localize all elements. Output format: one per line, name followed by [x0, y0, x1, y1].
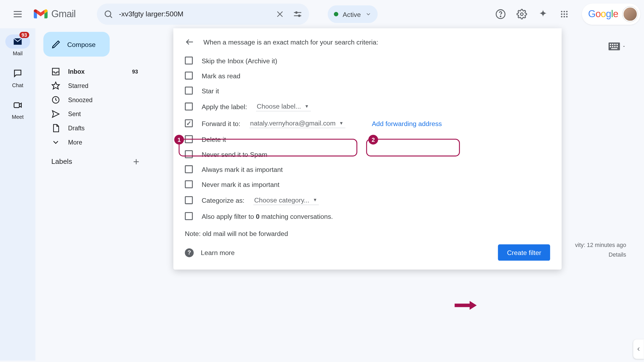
nav-starred[interactable]: Starred [43, 79, 145, 93]
svg-point-21 [564, 16, 565, 17]
labels-header: Labels [43, 149, 149, 166]
checkbox-star[interactable] [185, 87, 193, 95]
gmail-icon [34, 9, 48, 20]
option-never-important: Never mark it as important [202, 180, 279, 188]
nav-label: Inbox [68, 68, 85, 75]
support-button[interactable] [492, 5, 510, 23]
add-label-button[interactable] [132, 157, 141, 166]
annotation-arrow [455, 301, 477, 310]
checkbox-categorize[interactable] [185, 196, 193, 204]
svg-rect-34 [612, 46, 613, 47]
checkbox-never-important[interactable] [185, 180, 193, 188]
svg-point-9 [295, 12, 297, 13]
settings-button[interactable] [513, 5, 531, 23]
rail-mail-label: Mail [13, 50, 23, 57]
send-icon [51, 110, 60, 119]
side-panel-toggle[interactable] [633, 339, 644, 359]
checkbox-mark-read[interactable] [185, 72, 193, 80]
checkbox-delete[interactable] [185, 135, 193, 143]
nav-more[interactable]: More [43, 135, 145, 149]
search-bar [97, 3, 309, 25]
category-select-value: Choose category... [254, 196, 309, 204]
main-menu-button[interactable] [7, 3, 28, 25]
label-select[interactable]: Choose label... ▼ [256, 102, 310, 111]
forward-address-value: nataly.vernyhora@gmail.com [250, 119, 336, 127]
svg-rect-30 [612, 44, 613, 45]
compose-label: Compose [67, 40, 96, 48]
option-mark-read: Mark as read [202, 72, 240, 79]
rail-meet-label: Meet [12, 114, 24, 120]
nav-label: Sent [68, 110, 81, 117]
checkbox-skip-inbox[interactable] [185, 57, 193, 65]
chevron-down-icon [365, 11, 371, 17]
plus-icon [132, 157, 141, 166]
help-icon [495, 9, 506, 20]
forward-address-select[interactable]: nataly.vernyhora@gmail.com ▼ [249, 119, 345, 128]
star-icon [51, 81, 60, 90]
account-chip[interactable]: Google [582, 3, 641, 25]
tune-icon [293, 9, 302, 19]
svg-point-10 [298, 15, 300, 17]
caret-down-icon [622, 44, 626, 49]
category-select[interactable]: Choose category... ▼ [253, 195, 319, 205]
activity-text: vity: 12 minutes ago [575, 241, 626, 250]
caret-down-icon: ▼ [339, 121, 343, 125]
rail-chat[interactable]: Chat [5, 66, 30, 88]
gemini-button[interactable] [534, 5, 552, 23]
nav-count: 93 [132, 68, 138, 75]
apps-button[interactable] [555, 5, 573, 23]
nav-inbox[interactable]: Inbox 93 [43, 65, 145, 79]
header-actions [492, 5, 573, 23]
activity-info: vity: 12 minutes ago Details [575, 241, 626, 260]
search-button[interactable] [100, 5, 117, 23]
option-also-apply: Also apply filter to 0 matching conversa… [202, 212, 333, 220]
gmail-logo[interactable]: Gmail [34, 8, 75, 20]
svg-rect-32 [616, 44, 618, 45]
search-input[interactable] [117, 10, 271, 18]
option-never-spam: Never send it to Spam [202, 150, 267, 158]
option-apply-label: Apply the label: [202, 103, 247, 110]
create-filter-button[interactable]: Create filter [498, 244, 550, 261]
svg-point-14 [561, 11, 562, 12]
svg-rect-29 [610, 44, 611, 45]
chevron-left-icon [635, 346, 642, 352]
nav-snoozed[interactable]: Snoozed [43, 93, 145, 107]
keyboard-icon [609, 42, 620, 50]
nav-label: Drafts [68, 125, 85, 132]
filter-note: Note: old mail will not be forwarded [182, 224, 553, 242]
rail-mail[interactable]: 93 Mail [5, 35, 30, 57]
svg-point-19 [566, 13, 568, 15]
checkbox-apply-label[interactable] [185, 102, 193, 110]
add-forwarding-link[interactable]: Add forwarding address [372, 120, 442, 127]
svg-point-3 [105, 11, 111, 17]
avatar[interactable] [623, 7, 638, 22]
nav-drafts[interactable]: Drafts [43, 121, 145, 135]
chat-icon [13, 68, 23, 78]
labels-title: Labels [51, 158, 72, 166]
pencil-icon [51, 39, 61, 49]
activity-details-link[interactable]: Details [575, 250, 626, 260]
status-chip[interactable]: Active [328, 5, 378, 23]
search-options-button[interactable] [289, 5, 306, 23]
svg-point-22 [566, 16, 568, 17]
option-skip-inbox: Skip the Inbox (Archive it) [202, 57, 277, 64]
svg-point-15 [564, 11, 565, 12]
svg-rect-36 [616, 46, 618, 47]
mail-icon [13, 38, 23, 46]
rail-meet[interactable]: Meet [5, 98, 30, 120]
option-forward: Forward it to: [202, 120, 240, 127]
learn-more-link[interactable]: Learn more [201, 249, 235, 256]
svg-rect-23 [14, 103, 19, 108]
checkbox-also-apply[interactable] [185, 212, 193, 220]
back-button[interactable] [185, 37, 196, 47]
compose-button[interactable]: Compose [43, 32, 110, 57]
sidebar: Compose Inbox 93 Starred Snoozed Sent [35, 28, 149, 360]
clear-search-button[interactable] [271, 5, 289, 23]
checkbox-never-spam[interactable] [185, 150, 193, 158]
input-tools-button[interactable] [609, 42, 626, 50]
checkbox-forward[interactable] [185, 119, 193, 127]
nav-sent[interactable]: Sent [43, 107, 145, 121]
help-icon: ? [185, 248, 194, 257]
checkbox-always-important[interactable] [185, 165, 193, 173]
sparkle-icon [538, 9, 548, 20]
